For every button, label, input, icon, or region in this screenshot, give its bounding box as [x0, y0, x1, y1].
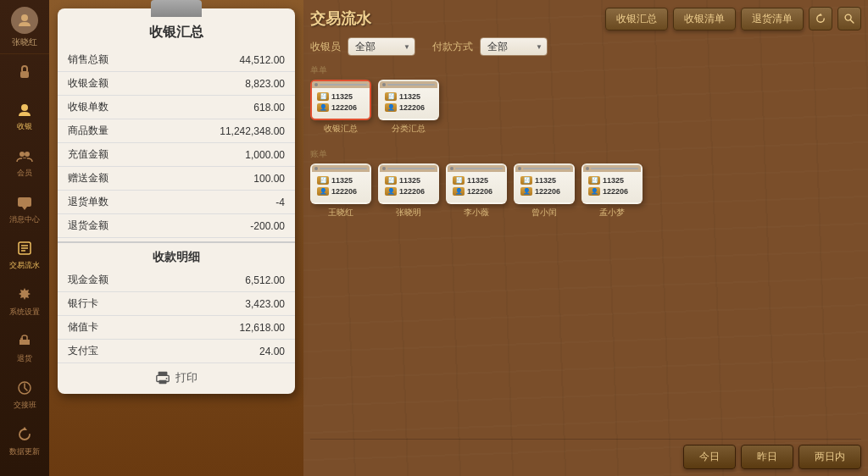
card-info-row1: 🧾 11325	[520, 176, 568, 185]
summary-row: 商品数量11,242,348.00	[58, 119, 295, 143]
sidebar-item-settings[interactable]: 系统设置	[0, 277, 49, 324]
sidebar-item-shift[interactable]: 交接班	[0, 370, 49, 417]
svg-line-26	[850, 19, 854, 23]
message-icon	[14, 191, 36, 213]
card-body2: 🧾 11325 👤 122206	[383, 91, 434, 115]
card-info-row3: 🧾 11325	[385, 92, 432, 101]
card-info-row1: 🧾 11325	[385, 176, 432, 185]
more-icon	[14, 469, 36, 476]
card-info-row2: 👤 122206	[385, 187, 432, 196]
sidebar-item-label-member: 会员	[17, 169, 32, 178]
cashier-card[interactable]: 🧾 11325 👤 122206	[310, 163, 371, 204]
card-info-row2: 👤 122206	[588, 187, 636, 196]
cashier-card-name: 李小薇	[464, 207, 489, 219]
card-icon-user: 👤	[588, 187, 600, 196]
member-icon	[14, 145, 36, 167]
summary-row: 赠送金额100.00	[58, 167, 295, 191]
today-button[interactable]: 今日	[683, 445, 736, 469]
card-number2: 122206	[331, 187, 357, 196]
svg-rect-1	[20, 71, 29, 78]
print-label: 打印	[175, 370, 198, 385]
card-body: 🧾 11325 👤 122206	[587, 174, 637, 199]
card-info-row1: 🧾 11325	[588, 176, 636, 185]
card-caption-category: 分类汇总	[392, 123, 426, 135]
yesterday-button[interactable]: 昨日	[741, 445, 793, 469]
card-icon-user: 👤	[520, 187, 532, 196]
payment-row: 支付宝24.00	[58, 340, 295, 363]
update-icon	[14, 423, 36, 446]
card-header-bar	[380, 165, 437, 172]
summary-label: 退货单数	[58, 191, 157, 214]
summary-button[interactable]: 收银汇总	[605, 8, 668, 30]
summary-row: 收银单数618.00	[58, 96, 295, 119]
cashier-card[interactable]: 🧾 11325 👤 122206	[514, 163, 575, 204]
summary-label: 退货金额	[58, 214, 157, 238]
transaction-icon	[14, 237, 36, 259]
main-content: 收银汇总 销售总额44,512.00收银金额8,823.00收银单数618.00…	[49, 0, 868, 476]
summary-value: -4	[157, 191, 295, 214]
header-buttons: 收银汇总 收银清单 退货清单	[605, 7, 861, 30]
card-icon-receipt: 🧾	[520, 176, 532, 185]
cards-row-1: 🧾 11325 👤 122206 收银汇总	[310, 80, 861, 135]
card-category[interactable]: 🧾 11325 👤 122206	[378, 80, 439, 120]
clipboard-area: 收银汇总 销售总额44,512.00收银金额8,823.00收银单数618.00…	[49, 0, 303, 476]
print-button[interactable]: 打印	[58, 363, 295, 385]
svg-rect-22	[159, 380, 167, 385]
summary-value: 8,823.00	[157, 72, 295, 96]
row1-label: 单单	[310, 64, 861, 76]
summary-label: 充值金额	[58, 143, 157, 167]
card-number2: 122206	[603, 187, 628, 196]
shift-icon	[14, 377, 36, 399]
clipboard-clip	[151, 0, 202, 17]
svg-point-4	[25, 152, 30, 157]
sidebar-item-lock[interactable]	[0, 54, 49, 91]
payment-value: 3,423.00	[172, 292, 295, 316]
card-number1: 11325	[331, 176, 353, 185]
summary-label: 收银金额	[58, 72, 157, 96]
clipboard-title: 收银汇总	[58, 20, 295, 48]
sidebar-item-more[interactable]: 更多	[0, 462, 49, 476]
cashier-card[interactable]: 🧾 11325 👤 122206	[581, 163, 643, 204]
cashier-card[interactable]: 🧾 11325 👤 122206	[378, 163, 439, 204]
panel-title: 交易流水	[310, 8, 371, 29]
card-icon-receipt: 🧾	[317, 176, 329, 185]
card-info-row4: 👤 122206	[385, 103, 432, 112]
sidebar-item-label-transaction: 交易流水	[9, 261, 40, 270]
refund-button[interactable]: 退货清单	[741, 8, 804, 30]
two-days-button[interactable]: 两日内	[798, 445, 861, 469]
card-body: 🧾 11325 👤 122206	[383, 174, 434, 199]
search-button[interactable]	[837, 7, 861, 30]
card-summary[interactable]: 🧾 11325 👤 122206	[310, 80, 371, 120]
sidebar-item-message[interactable]: 消息中心	[0, 185, 49, 231]
card-info-row2: 👤 122206	[453, 187, 500, 196]
cashier-card[interactable]: 🧾 11325 👤 122206	[446, 163, 507, 204]
payment-select[interactable]: 全部	[480, 37, 548, 56]
payment-value: 6,512.00	[172, 268, 295, 292]
payment-value: 24.00	[172, 340, 295, 363]
svg-point-3	[19, 152, 25, 157]
sidebar-item-cashier[interactable]: 收银	[0, 91, 49, 138]
sidebar-item-refund[interactable]: 退货	[0, 324, 49, 370]
sidebar-item-transaction[interactable]: 交易流水	[0, 230, 49, 277]
sidebar-item-member[interactable]: 会员	[0, 138, 49, 185]
cashier-select[interactable]: 全部	[348, 37, 415, 56]
card-number1: 11325	[399, 176, 420, 185]
sidebar-user-section: 张晓红	[0, 0, 49, 54]
card-body: 🧾 11325 👤 122206	[451, 174, 502, 199]
filter-row: 收银员 全部 付款方式 全部	[310, 37, 861, 56]
cashier-card-name: 曾小闰	[531, 207, 557, 219]
receipt-button[interactable]: 收银清单	[673, 8, 736, 30]
cashier-card-name: 张晓明	[396, 207, 421, 219]
card-number2: 122206	[535, 187, 560, 196]
sidebar-item-update[interactable]: 数据更新	[0, 417, 49, 463]
cards-section: 单单 🧾 11325	[310, 64, 861, 439]
lock-icon	[14, 61, 36, 83]
summary-label: 赠送金额	[58, 167, 157, 191]
card-info-row2: 👤 122206	[317, 103, 364, 112]
card-header-bar	[448, 165, 505, 172]
summary-value: -200.00	[157, 214, 295, 238]
refresh-button[interactable]	[809, 7, 832, 30]
summary-label: 商品数量	[58, 119, 157, 143]
payment-section-title: 收款明细	[58, 241, 295, 268]
payment-filter-label: 付款方式	[432, 40, 473, 54]
